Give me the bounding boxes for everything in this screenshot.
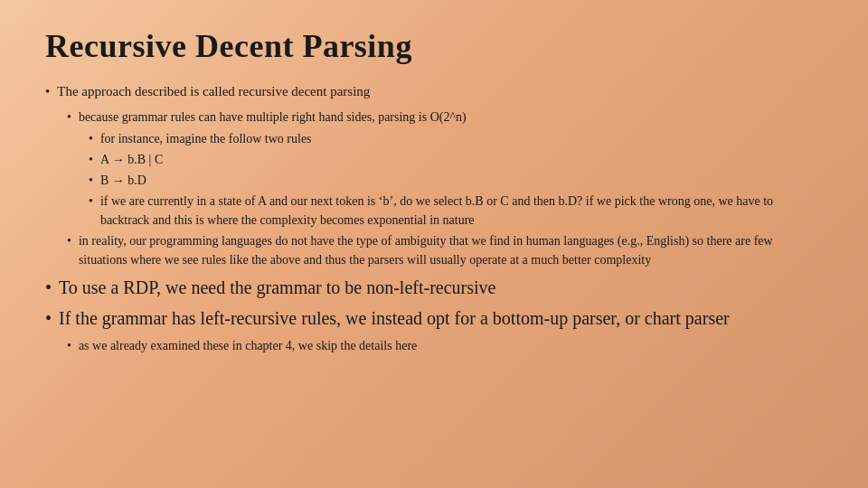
bullet-1-1-3: • B → b.D: [89, 171, 823, 190]
bullet-2: • To use a RDP, we need the grammar to b…: [45, 275, 823, 301]
bullet-1-1-2: • A → b.B | C: [89, 150, 823, 169]
bullet-marker-3-1: •: [67, 336, 71, 355]
bullet-text-1: The approach described is called recursi…: [57, 81, 370, 102]
bullet-text-2: To use a RDP, we need the grammar to be …: [59, 275, 495, 301]
bullet-marker-1-1: •: [67, 108, 71, 127]
bullet-marker-1: •: [45, 81, 50, 102]
bullet-text-1-1: because grammar rules can have multiple …: [79, 108, 467, 127]
bullet-text-1-2: in reality, our programming languages do…: [79, 231, 823, 269]
bullet-1-1-1: • for instance, imagine the follow two r…: [89, 129, 823, 148]
bullet-text-1-1-3: B → b.D: [100, 171, 146, 190]
bullet-text-1-1-4: if we are currently in a state of A and …: [100, 192, 823, 230]
bullet-1: • The approach described is called recur…: [45, 81, 823, 102]
slide-title: Recursive Decent Parsing: [45, 27, 823, 65]
bullet-marker-1-1-4: •: [89, 192, 93, 211]
bullet-text-3-1: as we already examined these in chapter …: [79, 336, 417, 355]
bullet-3: • If the grammar has left-recursive rule…: [45, 305, 823, 332]
bullet-1-1-4: • if we are currently in a state of A an…: [89, 192, 823, 230]
bullet-marker-1-1-1: •: [89, 129, 93, 148]
bullet-marker-1-2: •: [67, 231, 71, 250]
bullet-marker-1-1-3: •: [89, 171, 93, 190]
bullet-3-1: • as we already examined these in chapte…: [67, 336, 823, 355]
bullet-1-1: • because grammar rules can have multipl…: [67, 108, 823, 127]
bullet-text-1-1-2: A → b.B | C: [100, 150, 163, 169]
bullet-text-3: If the grammar has left-recursive rules,…: [59, 305, 730, 332]
slide-content: • The approach described is called recur…: [45, 81, 823, 358]
bullet-1-2: • in reality, our programming languages …: [67, 231, 823, 269]
bullet-marker-1-1-2: •: [89, 150, 93, 169]
bullet-text-1-1-1: for instance, imagine the follow two rul…: [100, 129, 312, 148]
slide: Recursive Decent Parsing • The approach …: [0, 0, 868, 488]
bullet-marker-2: •: [45, 275, 52, 301]
bullet-marker-3: •: [45, 305, 52, 332]
